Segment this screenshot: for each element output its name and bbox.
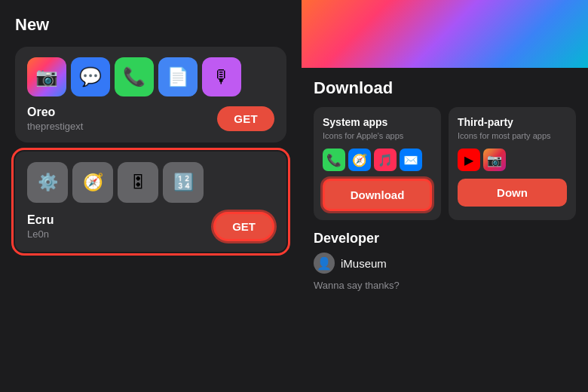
third-party-card-title: Third-party xyxy=(458,116,567,128)
third-party-card-subtitle: Icons for most party apps xyxy=(458,130,567,141)
section-title: New xyxy=(15,15,286,35)
developer-avatar: 👤 xyxy=(314,253,335,274)
oreo-author: theprestigext xyxy=(27,121,217,132)
oreo-get-button[interactable]: GET xyxy=(217,106,274,131)
third-party-icons-row: ▶ 📷 xyxy=(458,149,567,171)
ecru-icons-section: ⚙️ 🧭 🎛 🔢 xyxy=(27,162,274,203)
system-download-button[interactable]: Download xyxy=(323,179,432,211)
equalizer-icon: 🎛 xyxy=(118,162,158,203)
sys-safari-icon: 🧭 xyxy=(348,149,371,171)
youtube-icon: ▶ xyxy=(458,149,480,171)
oreo-name: Oreo xyxy=(27,106,217,119)
ecru-name: Ecru xyxy=(27,213,213,227)
instagram-icon: 📷 xyxy=(483,149,506,171)
system-apps-card: System apps Icons for Apple's apps 📞 🧭 🎵… xyxy=(314,107,441,220)
wanna-text: Wanna say thanks? xyxy=(314,280,576,291)
phone-icon: 📞 xyxy=(115,57,154,96)
ecru-get-button[interactable]: GET xyxy=(213,212,274,241)
sys-mail-icon: ✉️ xyxy=(400,149,422,171)
developer-section-title: Developer xyxy=(314,231,576,247)
left-panel: New 📷 💬 📞 📄 🎙 Oreo theprestigext GET ⚙️ … xyxy=(0,0,302,392)
developer-name: iMuseum xyxy=(341,257,387,270)
ecru-author: Le0n xyxy=(27,228,213,240)
oreo-card-row: Oreo theprestigext GET xyxy=(27,106,274,132)
messages-icon: 💬 xyxy=(71,57,110,96)
download-options: System apps Icons for Apple's apps 📞 🧭 🎵… xyxy=(314,107,576,220)
right-panel: Download System apps Icons for Apple's a… xyxy=(302,0,588,392)
settings-icon: ⚙️ xyxy=(27,162,68,203)
compass-icon: 🧭 xyxy=(72,162,113,203)
files-icon: 📄 xyxy=(158,57,198,96)
ecru-app-card: ⚙️ 🧭 🎛 🔢 Ecru Le0n GET xyxy=(15,152,286,252)
sys-music-icon: 🎵 xyxy=(374,149,397,171)
photos-icon: 📷 xyxy=(27,57,66,96)
system-card-subtitle: Icons for Apple's apps xyxy=(323,130,432,141)
system-icons-row: 📞 🧭 🎵 ✉️ xyxy=(323,149,432,171)
ecru-info: Ecru Le0n xyxy=(27,213,213,240)
third-party-download-button[interactable]: Down xyxy=(458,179,567,207)
download-title: Download xyxy=(314,78,576,98)
sys-phone-icon: 📞 xyxy=(323,149,345,171)
calc-icon: 🔢 xyxy=(163,162,204,203)
oreo-icons-section: 📷 💬 📞 📄 🎙 xyxy=(27,57,274,96)
oreo-app-card: 📷 💬 📞 📄 🎙 Oreo theprestigext GET xyxy=(15,47,286,142)
developer-section: Developer 👤 iMuseum Wanna say thanks? xyxy=(314,231,576,291)
colorful-banner xyxy=(302,0,588,68)
right-content: Download System apps Icons for Apple's a… xyxy=(302,68,588,302)
ecru-card-row: Ecru Le0n GET xyxy=(27,212,274,241)
oreo-info: Oreo theprestigext xyxy=(27,106,217,132)
developer-row: 👤 iMuseum xyxy=(314,253,576,274)
podcasts-icon: 🎙 xyxy=(202,57,241,96)
third-party-card: Third-party Icons for most party apps ▶ … xyxy=(449,107,576,220)
system-card-title: System apps xyxy=(323,116,432,128)
